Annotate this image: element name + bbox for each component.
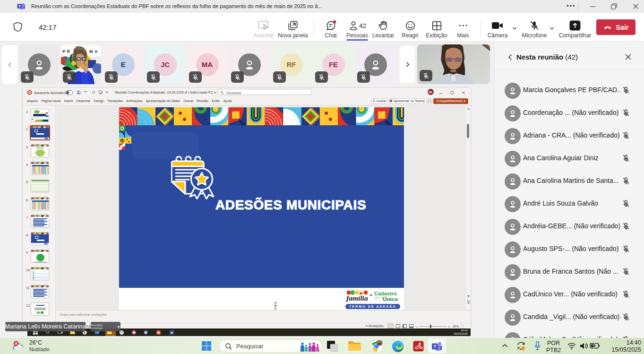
svg-text:família: família (346, 294, 368, 302)
svg-text:TERMO DE ADESÃO: TERMO DE ADESÃO (349, 304, 396, 308)
svg-text:P: P (158, 331, 159, 334)
svg-text:P: P (29, 91, 31, 94)
svg-text:+: + (369, 292, 372, 298)
svg-text:T: T (18, 4, 21, 9)
svg-text:Cadastro: Cadastro (374, 291, 397, 296)
svg-text:incluir: incluir (374, 298, 379, 300)
svg-text:Único: Único (383, 296, 398, 302)
svg-text:W: W (171, 331, 173, 334)
svg-text:PR: PR (62, 49, 72, 54)
svg-text:8: 8 (15, 341, 17, 345)
svg-text:T: T (434, 344, 437, 349)
svg-text:MA: MA (89, 49, 99, 54)
